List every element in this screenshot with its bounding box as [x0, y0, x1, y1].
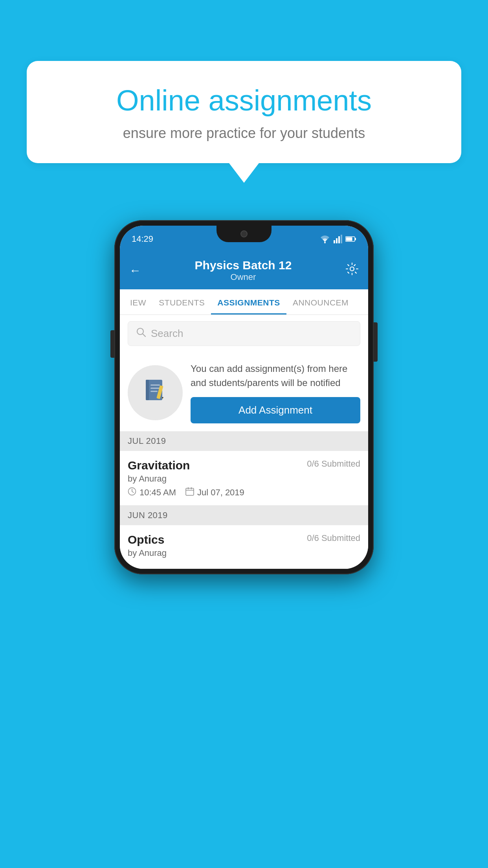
- assignment-title-optics: Optics: [128, 533, 164, 546]
- assignment-time-gravitation: 10:45 AM: [128, 487, 176, 498]
- svg-point-0: [324, 242, 326, 243]
- svg-rect-7: [346, 237, 352, 241]
- svg-line-10: [143, 334, 145, 337]
- header-title-block: Physics Batch 12 Owner: [141, 259, 345, 282]
- search-container: Search: [120, 315, 368, 352]
- assignment-top-row-optics: Optics 0/6 Submitted: [128, 533, 360, 546]
- tab-announcements[interactable]: ANNOUNCEM: [286, 289, 355, 314]
- phone-outer: 14:29: [114, 220, 374, 574]
- assignment-author-gravitation: by Anurag: [128, 474, 360, 484]
- batch-subtitle: Owner: [141, 272, 345, 282]
- time-value-gravitation: 10:45 AM: [139, 487, 176, 498]
- speech-bubble-title: Online assignments: [54, 85, 434, 116]
- clock-icon: [128, 487, 136, 498]
- status-icons: [319, 235, 356, 243]
- signal-icon: [334, 235, 342, 243]
- status-bar: 14:29: [120, 226, 368, 252]
- assignment-icon-circle: [128, 365, 183, 420]
- assignment-submitted-gravitation: 0/6 Submitted: [307, 459, 360, 469]
- batch-title: Physics Batch 12: [141, 259, 345, 272]
- calendar-icon: [185, 487, 194, 498]
- assignment-submitted-optics: 0/6 Submitted: [307, 533, 360, 543]
- camera-icon: [240, 230, 248, 237]
- speech-bubble-arrow: [229, 163, 259, 183]
- svg-rect-2: [336, 238, 338, 243]
- svg-rect-1: [334, 240, 335, 243]
- speech-bubble-subtitle: ensure more practice for your students: [54, 125, 434, 142]
- svg-point-8: [350, 267, 354, 271]
- tabs-bar: IEW STUDENTS ASSIGNMENTS ANNOUNCEM: [120, 289, 368, 315]
- back-button[interactable]: ←: [129, 264, 141, 277]
- svg-rect-14: [150, 388, 160, 389]
- assignment-date-gravitation: Jul 07, 2019: [185, 487, 244, 498]
- info-text-block: You can add assignment(s) from here and …: [191, 362, 360, 423]
- search-bar[interactable]: Search: [128, 321, 360, 346]
- section-header-jun: JUN 2019: [120, 506, 368, 525]
- info-description: You can add assignment(s) from here and …: [191, 362, 360, 390]
- svg-rect-3: [338, 236, 340, 243]
- assignment-author-optics: by Anurag: [128, 548, 360, 558]
- speech-bubble: Online assignments ensure more practice …: [27, 61, 461, 163]
- settings-icon[interactable]: [345, 262, 359, 279]
- info-section: You can add assignment(s) from here and …: [120, 352, 368, 431]
- section-header-jul: JUL 2019: [120, 431, 368, 451]
- svg-rect-13: [150, 384, 160, 386]
- battery-icon: [345, 236, 356, 242]
- svg-rect-12: [146, 380, 149, 400]
- date-value-gravitation: Jul 07, 2019: [197, 487, 244, 498]
- phone-screen: 14:29: [120, 226, 368, 569]
- status-time: 14:29: [132, 234, 153, 244]
- phone-wrapper: 14:29: [114, 220, 374, 574]
- tab-assignments[interactable]: ASSIGNMENTS: [211, 289, 286, 314]
- add-assignment-button[interactable]: Add Assignment: [191, 397, 360, 423]
- assignment-item-optics[interactable]: Optics 0/6 Submitted by Anurag: [120, 525, 368, 569]
- tab-students[interactable]: STUDENTS: [152, 289, 211, 314]
- speech-bubble-container: Online assignments ensure more practice …: [27, 61, 461, 183]
- assignment-title-gravitation: Gravitation: [128, 459, 190, 472]
- assignment-item-gravitation[interactable]: Gravitation 0/6 Submitted by Anurag: [120, 451, 368, 506]
- svg-rect-6: [355, 238, 356, 240]
- search-icon: [136, 327, 146, 340]
- app-header: ← Physics Batch 12 Owner: [120, 252, 368, 289]
- tab-iew[interactable]: IEW: [124, 289, 152, 314]
- svg-rect-20: [186, 488, 194, 495]
- notch-cutout: [216, 226, 272, 242]
- notebook-icon: [142, 377, 169, 408]
- svg-rect-15: [150, 391, 158, 392]
- search-placeholder: Search: [151, 327, 183, 340]
- assignment-top-row: Gravitation 0/6 Submitted: [128, 459, 360, 472]
- svg-rect-4: [341, 235, 342, 243]
- assignment-meta-gravitation: 10:45 AM Jul 07, 201: [128, 487, 360, 498]
- wifi-icon: [319, 235, 330, 243]
